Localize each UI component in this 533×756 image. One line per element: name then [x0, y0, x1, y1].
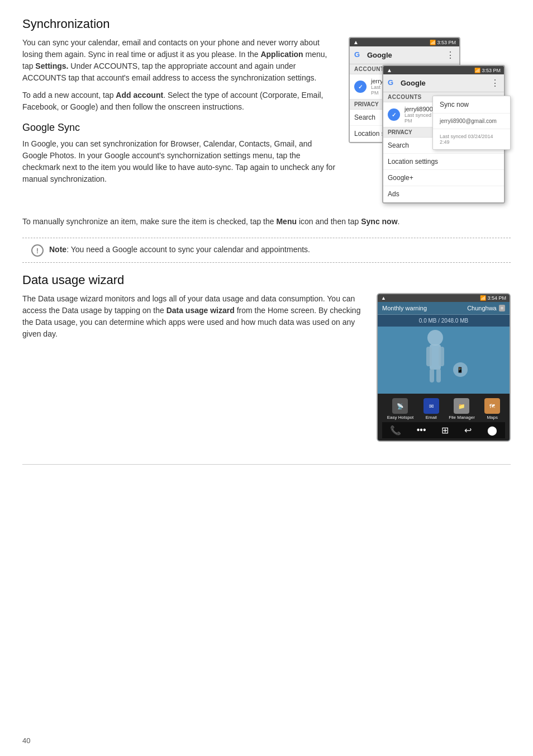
data-logo-overlay: 📱	[452, 361, 469, 378]
page-number: 40	[22, 736, 30, 745]
email-icon: ✉	[423, 398, 439, 414]
google-sync-paragraph: In Google, you can set synchronization f…	[22, 138, 337, 185]
manual-sync-paragraph: To manually synchronize an item, make su…	[22, 216, 511, 228]
data-text-column: The Data usage wizard monitors and logs …	[22, 293, 365, 442]
mockup-container: ▲ 📶 3:53 PM G Google ⋮ ACCOUNTS ✓	[349, 37, 511, 210]
svg-text:📱: 📱	[456, 366, 464, 374]
data-nav-row: 📞 ••• ⊞ ↩ ⬤	[382, 422, 505, 438]
front-signal-icon: 📶	[474, 68, 480, 73]
file-manager-label: File Manager	[449, 415, 475, 420]
data-carrier-icon: ≡	[499, 305, 505, 311]
data-app-file-manager[interactable]: 📁 File Manager	[449, 398, 475, 420]
note-box: ! Note: You need a Google account to syn…	[22, 238, 511, 263]
sync-paragraph-2: To add a new account, tap Add account. S…	[22, 89, 337, 113]
back-account-avatar: ✓	[354, 81, 367, 93]
front-phone-header: G Google ⋮	[383, 74, 504, 92]
data-usage-paragraph: The Data usage wizard monitors and logs …	[22, 293, 365, 340]
data-app-maps[interactable]: 🗺 Maps	[484, 398, 500, 420]
sync-now-popup: Sync now jerryli8900@gmail.com Last sync…	[432, 96, 511, 150]
data-usage-title: Data usage wizard	[22, 273, 511, 287]
svg-rect-3	[439, 347, 444, 366]
back-phone-header: G Google ⋮	[350, 46, 459, 64]
front-header-label: Google	[401, 79, 426, 87]
data-app-email[interactable]: ✉ Email	[423, 398, 439, 420]
sync-paragraph-1: You can sync your calendar, email and co…	[22, 37, 337, 84]
sync-text-column: You can sync your calendar, email and co…	[22, 37, 337, 210]
svg-point-0	[427, 330, 443, 346]
maps-icon: 🗺	[484, 398, 500, 414]
data-monthly-warning: Monthly warning	[382, 305, 427, 311]
maps-label: Maps	[487, 415, 498, 420]
note-icon: !	[31, 244, 44, 257]
front-status-right: 📶 3:53 PM	[474, 68, 501, 73]
google-sync-subtitle: Google Sync	[22, 122, 337, 134]
back-status-right: 📶 3:53 PM	[430, 40, 456, 45]
front-time: 3:53 PM	[482, 68, 501, 73]
front-status-bar: ▲ 📶 3:53 PM	[383, 66, 504, 74]
back-google-icon: G	[354, 50, 364, 60]
front-menu-google-plus[interactable]: Google+	[383, 170, 504, 186]
page-divider	[22, 464, 511, 465]
data-person-figure	[418, 328, 452, 389]
data-bottom-bar: 📡 Easy Hotspot ✉ Email 📁 File Manager 🗺 …	[378, 394, 510, 441]
front-status-left: ▲	[387, 67, 392, 73]
nav-circle-icon[interactable]: ⬤	[487, 425, 497, 436]
back-header-title: G Google	[354, 50, 392, 60]
front-menu-ads[interactable]: Ads	[383, 186, 504, 202]
data-status-bar: ▲ 📶 3:54 PM	[378, 294, 510, 302]
back-header-label: Google	[367, 51, 392, 59]
email-label: Email	[426, 415, 437, 420]
front-account-avatar: ✓	[388, 108, 400, 121]
data-phone-column: ▲ 📶 3:54 PM Monthly warning Chunghwa ≡ 0…	[377, 293, 511, 442]
svg-rect-4	[430, 368, 434, 382]
back-status-left: ▲	[353, 39, 359, 45]
easy-hotspot-icon: 📡	[392, 398, 408, 414]
sync-section-title: Synchronization	[22, 17, 511, 31]
svg-rect-5	[436, 368, 441, 382]
easy-hotspot-label: Easy Hotspot	[387, 415, 414, 420]
nav-grid-icon[interactable]: ⊞	[441, 425, 449, 436]
back-time: 3:53 PM	[437, 40, 456, 45]
popup-last-synced: Last synced 03/24/2014 2:49	[433, 129, 510, 149]
data-usage-bar: 0.0 MB / 2048.0 MB	[378, 315, 510, 327]
back-signal-icon: 📶	[430, 40, 436, 45]
back-status-bar: ▲ 📶 3:53 PM	[350, 38, 459, 46]
nav-back-icon[interactable]: ↩	[464, 425, 472, 436]
file-manager-icon: 📁	[454, 398, 469, 414]
sync-layout: You can sync your calendar, email and co…	[22, 37, 511, 210]
note-text: Note: You need a Google account to sync …	[49, 244, 310, 256]
data-usage-text: 0.0 MB / 2048.0 MB	[419, 318, 468, 324]
front-three-dots-icon[interactable]: ⋮	[491, 78, 499, 88]
data-phone-mockup: ▲ 📶 3:54 PM Monthly warning Chunghwa ≡ 0…	[377, 293, 511, 442]
data-status-left: ▲	[381, 295, 386, 301]
sync-phone-images: ▲ 📶 3:53 PM G Google ⋮ ACCOUNTS ✓	[349, 37, 511, 210]
front-menu-location[interactable]: Location settings	[383, 154, 504, 170]
data-header-bar: Monthly warning Chunghwa ≡	[378, 302, 510, 315]
data-usage-layout: The Data usage wizard monitors and logs …	[22, 293, 511, 442]
popup-email: jerryli8900@gmail.com	[433, 114, 510, 129]
data-app-easy-hotspot[interactable]: 📡 Easy Hotspot	[387, 398, 414, 420]
nav-dots-icon[interactable]: •••	[417, 425, 426, 436]
sync-now-item[interactable]: Sync now	[433, 96, 510, 114]
front-google-icon: G	[388, 78, 398, 88]
data-status-right: 📶 3:54 PM	[480, 295, 506, 301]
nav-phone-icon[interactable]: 📞	[390, 425, 401, 436]
data-carrier: Chunghwa ≡	[467, 305, 505, 311]
svg-rect-2	[426, 347, 432, 366]
back-three-dots-icon[interactable]: ⋮	[446, 50, 455, 60]
data-apps-row: 📡 Easy Hotspot ✉ Email 📁 File Manager 🗺 …	[382, 396, 505, 422]
data-chart-area: 📱	[378, 327, 510, 394]
front-header-title: G Google	[388, 78, 426, 88]
